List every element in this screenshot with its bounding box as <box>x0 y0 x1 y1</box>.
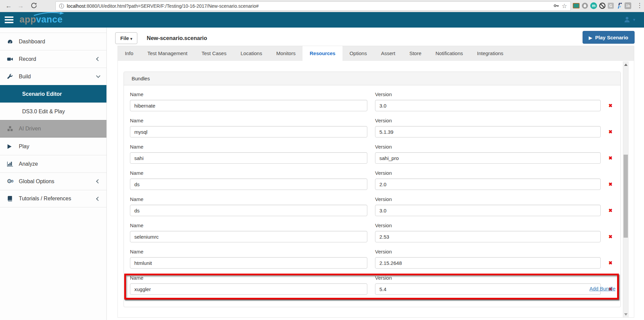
bundle-name-input[interactable] <box>130 257 367 269</box>
add-bundle-link[interactable]: Add Bundle <box>589 286 615 291</box>
remove-bundle-button[interactable]: ✖ <box>608 234 612 239</box>
sidebar-item-ds30-edit-play[interactable]: DS3.0 Edit & Play <box>0 103 106 120</box>
logo-swoosh-arrow <box>33 11 65 16</box>
sidebar-item-build[interactable]: Build <box>0 68 106 85</box>
scrollbar-thumb[interactable] <box>624 155 628 238</box>
screen-glyph <box>573 3 580 8</box>
scroll-down-arrow-icon[interactable] <box>624 313 628 316</box>
bundle-name-group: Name <box>130 91 367 111</box>
bundle-name-input[interactable] <box>130 178 367 190</box>
name-label: Name <box>130 223 367 228</box>
bundle-version-group: Version <box>375 249 601 269</box>
bundle-version-input[interactable] <box>375 231 601 242</box>
tab-test-cases[interactable]: Test Cases <box>194 46 233 61</box>
remove-bundle-button[interactable]: ✖ <box>608 208 612 213</box>
version-label: Version <box>375 170 601 176</box>
tab-monitors[interactable]: Monitors <box>269 46 303 61</box>
bundle-version-input[interactable] <box>375 283 601 295</box>
sidebar-label: Tutorials / References <box>19 196 71 202</box>
user-menu[interactable]: ▾ <box>624 16 635 23</box>
bundle-row: Name Version ✖ <box>126 89 617 115</box>
remove-bundle-button[interactable]: ✖ <box>608 155 612 161</box>
sidebar-item-scenario-editor[interactable]: Scenario Editor <box>0 85 106 103</box>
refresh-icon[interactable] <box>31 2 37 11</box>
sidebar-item-analyze[interactable]: Analyze <box>0 155 106 172</box>
bundle-version-input[interactable] <box>375 257 601 269</box>
tab-assert[interactable]: Assert <box>374 46 403 61</box>
bundle-version-input[interactable] <box>375 178 601 190</box>
forward-icon[interactable]: → <box>17 1 24 11</box>
bundle-name-input[interactable] <box>130 126 367 137</box>
content-scrollbar[interactable] <box>623 62 629 318</box>
key-icon[interactable] <box>554 3 559 9</box>
bundle-name-input[interactable] <box>130 152 367 164</box>
file-menu-button[interactable]: File▾ <box>115 32 137 44</box>
browser-menu-icon[interactable]: ⋮ <box>637 2 643 9</box>
tab-options[interactable]: Options <box>342 46 374 61</box>
bundle-version-group: Version <box>375 144 601 164</box>
tab-resources[interactable]: Resources <box>303 46 342 61</box>
scenario-title: New-scenario.scenario <box>147 35 207 41</box>
bundle-row: Name Version ✖ <box>126 272 617 298</box>
bookmark-star-icon[interactable]: ☆ <box>562 2 567 10</box>
sidebar-item-dashboard[interactable]: Dashboard <box>0 33 106 50</box>
name-label: Name <box>130 196 367 202</box>
bundle-version-input[interactable] <box>375 205 601 216</box>
page-info-icon[interactable]: ⓘ <box>59 3 64 9</box>
bundle-version-input[interactable] <box>375 126 601 137</box>
tab-notifications[interactable]: Notifications <box>428 46 470 61</box>
tab-integrations[interactable]: Integrations <box>470 46 510 61</box>
bundles-panel: Bundles Name Version ✖ Name Version ✖ Na… <box>124 72 621 307</box>
url-text: localhost:8080/UI/editor.html?path=SERVE… <box>67 3 551 9</box>
sidebar-item-ai-driven[interactable]: AI Driven <box>0 120 106 137</box>
video-camera-icon <box>7 56 15 62</box>
bundle-version-group: Version <box>375 223 601 242</box>
gray-circle-extension-icon[interactable] <box>582 2 588 9</box>
version-label: Version <box>375 275 601 281</box>
tab-test-management[interactable]: Test Management <box>140 46 194 61</box>
tb-extension-icon[interactable]: 1b <box>625 2 631 9</box>
m-extension-icon[interactable]: m <box>590 2 597 9</box>
play-scenario-button[interactable]: ▶Play Scenario <box>583 31 635 44</box>
remove-bundle-button[interactable]: ✖ <box>608 103 612 108</box>
bundle-row: Name Version ✖ <box>126 141 617 167</box>
sidebar-item-record[interactable]: Record <box>0 50 106 68</box>
stripes-extension-icon[interactable] <box>616 2 623 9</box>
tab-store[interactable]: Store <box>402 46 428 61</box>
remove-bundle-button[interactable]: ✖ <box>608 182 612 187</box>
g-extension-icon[interactable]: G <box>608 3 614 9</box>
bundle-rows: Name Version ✖ Name Version ✖ Name Versi… <box>124 85 620 307</box>
bundle-row: Name Version ✖ <box>126 220 617 246</box>
key-glyph <box>554 3 559 8</box>
tab-locations[interactable]: Locations <box>233 46 269 61</box>
bundle-name-input[interactable] <box>130 231 367 242</box>
bar-chart-icon <box>7 161 15 167</box>
sidebar-label: DS3.0 Edit & Play <box>22 109 65 115</box>
bundle-version-input[interactable] <box>375 152 601 164</box>
screen-extension-icon[interactable] <box>573 2 580 9</box>
bundle-name-input[interactable] <box>130 100 367 111</box>
version-label: Version <box>375 118 601 123</box>
sidebar-label: Play <box>19 144 29 150</box>
scroll-up-arrow-icon[interactable] <box>624 64 628 66</box>
bundle-name-input[interactable] <box>130 283 367 295</box>
stripes-glyph <box>616 2 623 9</box>
remove-bundle-button[interactable]: ✖ <box>608 129 612 134</box>
sidebar-item-play[interactable]: Play <box>0 137 106 155</box>
sidebar: Dashboard Record Build Scenario Editor D… <box>0 28 107 320</box>
hamburger-menu-icon[interactable] <box>5 16 13 23</box>
cubes-icon <box>7 126 15 132</box>
url-bar[interactable]: ⓘ localhost:8080/UI/editor.html?path=SER… <box>55 1 571 11</box>
blocker-extension-icon[interactable] <box>599 2 606 9</box>
sidebar-item-tutorials-references[interactable]: Tutorials / References <box>0 190 106 207</box>
sidebar-item-global-options[interactable]: ⚙⚙ Global Options <box>0 172 106 190</box>
chevron-down-icon <box>96 74 100 78</box>
bundle-name-group: Name <box>130 170 367 190</box>
bundle-version-group: Version <box>375 170 601 190</box>
back-icon[interactable]: ← <box>5 1 12 11</box>
bundle-version-input[interactable] <box>375 100 601 111</box>
bundle-name-input[interactable] <box>130 205 367 216</box>
tab-info[interactable]: Info <box>118 46 140 61</box>
remove-bundle-button[interactable]: ✖ <box>608 260 612 266</box>
sidebar-label: Record <box>19 56 36 62</box>
